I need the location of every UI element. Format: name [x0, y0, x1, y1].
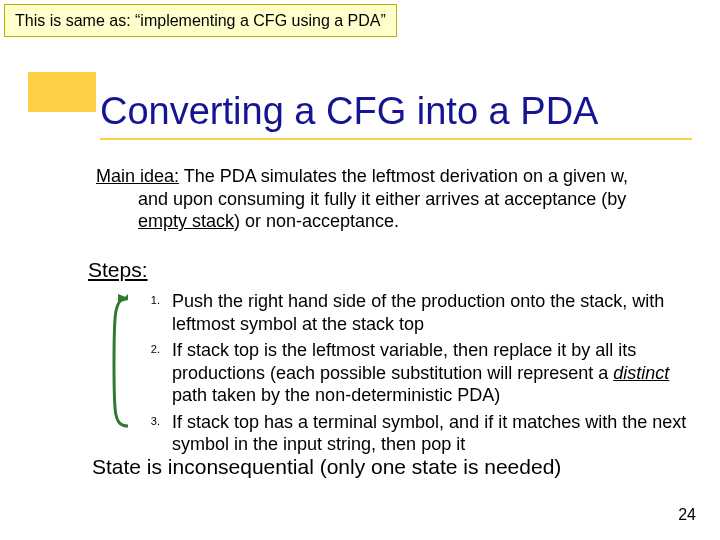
main-idea-line3: empty stack) or non-acceptance.	[96, 210, 682, 233]
title-underline	[100, 138, 692, 140]
steps-list: 1. Push the right hand side of the produ…	[132, 290, 690, 460]
slide-title: Converting a CFG into a PDA	[100, 90, 598, 133]
main-idea-line1: The PDA simulates the leftmost derivatio…	[179, 166, 628, 186]
empty-stack-text: empty stack	[138, 211, 234, 231]
step-number: 1.	[132, 290, 172, 335]
step-body: If stack top is the leftmost variable, t…	[172, 339, 690, 407]
main-idea-paragraph: Main idea: The PDA simulates the leftmos…	[96, 165, 682, 233]
list-item: 3. If stack top has a terminal symbol, a…	[132, 411, 690, 456]
callout-text: This is same as: “implementing a CFG usi…	[15, 12, 386, 29]
step-number: 2.	[132, 339, 172, 407]
main-idea-label: Main idea:	[96, 166, 179, 186]
title-accent-block	[28, 72, 96, 112]
distinct-word: distinct	[613, 363, 669, 383]
main-idea-line2: and upon consuming it fully it either ar…	[96, 188, 682, 211]
page-number: 24	[678, 506, 696, 524]
step-number: 3.	[132, 411, 172, 456]
list-item: 1. Push the right hand side of the produ…	[132, 290, 690, 335]
step-body: If stack top has a terminal symbol, and …	[172, 411, 690, 456]
step-body: Push the right hand side of the producti…	[172, 290, 690, 335]
steps-heading: Steps:	[88, 258, 148, 282]
list-item: 2. If stack top is the leftmost variable…	[132, 339, 690, 407]
footnote-text: State is inconsequential (only one state…	[92, 455, 561, 479]
callout-box: This is same as: “implementing a CFG usi…	[4, 4, 397, 37]
